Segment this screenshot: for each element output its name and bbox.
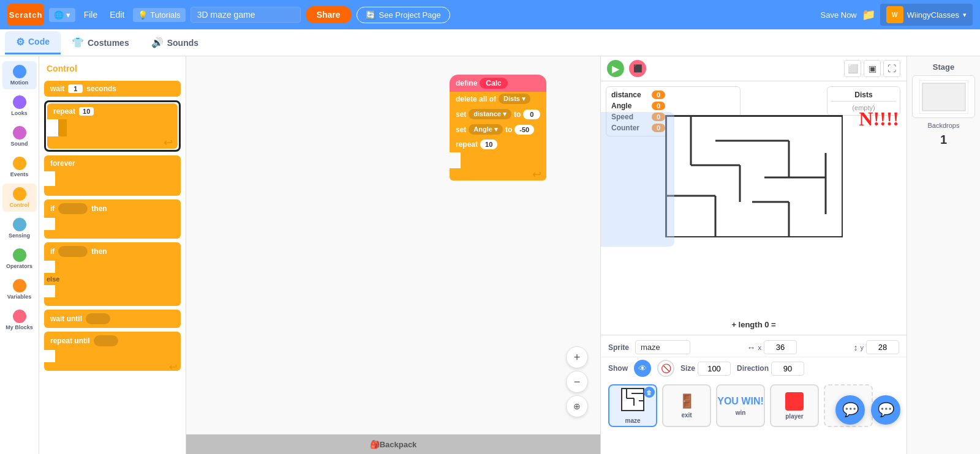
- angle-dropdown[interactable]: Angle ▾: [469, 124, 503, 135]
- sidebar-item-sensing[interactable]: Sensing: [2, 214, 37, 242]
- chat-button-1[interactable]: 💬: [835, 395, 865, 425]
- stage-controls: ▶ ⬛ ⬜ ▣ ⛶: [601, 56, 907, 81]
- sprite-delete-button[interactable]: 🗑: [644, 387, 655, 398]
- zoom-center-button[interactable]: ⊕: [566, 395, 588, 417]
- code-icon: ⚙: [16, 36, 24, 48]
- if-else-block[interactable]: if then else: [44, 242, 181, 306]
- categories-sidebar: Motion Looks Sound Events Control Sensin…: [0, 56, 39, 454]
- avatar: W: [886, 6, 903, 23]
- condition-slot: [58, 203, 88, 214]
- repeat-inner: [58, 119, 178, 136]
- tab-sounds[interactable]: 🔊 Sounds: [140, 32, 209, 53]
- sprite-thumb-win[interactable]: YOU WIN! win: [716, 384, 765, 427]
- size-input[interactable]: [698, 362, 731, 376]
- coord-group-x: ↔ x: [747, 340, 797, 354]
- y-coord-input[interactable]: [866, 340, 899, 354]
- fullscreen-button[interactable]: ⛶: [883, 60, 900, 77]
- set-distance-block[interactable]: set distance ▾ to 0: [450, 106, 546, 122]
- edit-menu[interactable]: Edit: [106, 7, 128, 22]
- show-eye-button[interactable]: 👁: [634, 360, 651, 377]
- distance-dropdown[interactable]: distance ▾: [469, 109, 511, 119]
- layout-buttons: ⬜ ▣ ⛶: [844, 60, 900, 77]
- wait-condition: [86, 313, 110, 324]
- control-dot: [13, 187, 26, 201]
- sidebar-item-sound[interactable]: Sound: [2, 122, 37, 151]
- zoom-controls: + − ⊕: [566, 346, 588, 417]
- hide-button[interactable]: 🚫: [657, 360, 674, 377]
- tab-costumes[interactable]: 👕 Costumes: [61, 32, 140, 53]
- player-thumb-img: [785, 392, 804, 411]
- sidebar-item-motion[interactable]: Motion: [2, 61, 37, 89]
- repeat-block[interactable]: repeat 10: [47, 103, 178, 119]
- svg-rect-20: [922, 83, 965, 111]
- set-angle-block[interactable]: set Angle ▾ to -50: [450, 121, 546, 138]
- normal-stage-button[interactable]: ▣: [864, 60, 881, 77]
- code-group-1[interactable]: define Calc delete all of Dists ▾ set di…: [450, 75, 546, 180]
- sprite-thumb-maze[interactable]: 🗑 maze: [608, 384, 657, 427]
- dists-dropdown[interactable]: Dists ▾: [499, 94, 530, 104]
- angle-badge: 0: [652, 102, 665, 110]
- green-flag-button[interactable]: ▶: [607, 60, 624, 77]
- forever-cap: [44, 186, 181, 196]
- stage-panel-title: Stage: [907, 56, 980, 75]
- sidebar-item-control[interactable]: Control: [2, 184, 37, 212]
- topbar: Scratch 🌐 ▾ File Edit 💡 Tutorials Share …: [0, 0, 980, 29]
- y-arrows-icon: ↕: [853, 343, 858, 352]
- repeat-canvas-cap: ↩: [450, 168, 546, 180]
- sidebar-item-myblocks[interactable]: My Blocks: [2, 306, 37, 334]
- file-menu[interactable]: File: [80, 7, 102, 22]
- project-name-input[interactable]: [190, 7, 301, 23]
- wait-until-block[interactable]: wait until: [44, 310, 181, 328]
- define-block[interactable]: define Calc: [450, 75, 546, 92]
- zoom-in-button[interactable]: +: [566, 346, 588, 368]
- repeat-until-block[interactable]: repeat until ↩: [44, 332, 181, 371]
- stage-blue-area: [601, 112, 674, 247]
- save-now-button[interactable]: Save Now: [821, 10, 857, 20]
- user-area[interactable]: W WiingyClasses ▾: [880, 4, 973, 26]
- language-button[interactable]: 🌐 ▾: [49, 8, 75, 22]
- sprite-thumb-exit[interactable]: 🚪 exit: [662, 384, 711, 427]
- backpack-label: Backpack: [380, 440, 417, 449]
- scratch-logo[interactable]: Scratch: [7, 4, 44, 26]
- sidebar-item-variables[interactable]: Variables: [2, 275, 37, 303]
- sidebar-item-events[interactable]: Events: [2, 153, 37, 181]
- wait-block[interactable]: wait 1 seconds: [44, 81, 181, 97]
- sidebar-item-looks[interactable]: Looks: [2, 92, 37, 120]
- if-then-block[interactable]: if then: [44, 199, 181, 239]
- backpack-bar[interactable]: 🎒 Backpack: [186, 434, 600, 454]
- forever-inner: [55, 171, 181, 186]
- chat-button-2[interactable]: 💬: [871, 395, 900, 425]
- distance-value: 0: [523, 110, 540, 119]
- direction-input[interactable]: [771, 362, 804, 376]
- sprite-name-input[interactable]: [635, 340, 690, 354]
- tabbar: ⚙ Code 👕 Costumes 🔊 Sounds: [0, 29, 980, 56]
- blocks-category-title: Control: [44, 61, 181, 76]
- backpack-icon: 🎒: [370, 440, 380, 449]
- sidebar-item-operators[interactable]: Operators: [2, 245, 37, 273]
- sprite-section: Sprite ↔ x ↕ y Show 👁 🚫 Si: [601, 335, 907, 454]
- repeat-cap: ↩: [47, 136, 178, 149]
- repeat-canvas-block[interactable]: repeat 10 ↩: [450, 138, 546, 180]
- zoom-out-button[interactable]: −: [566, 371, 588, 393]
- sprite-label: Sprite: [608, 343, 629, 352]
- share-button[interactable]: Share: [306, 6, 352, 23]
- events-dot: [13, 157, 26, 170]
- looks-dot: [13, 95, 26, 109]
- tutorials-button[interactable]: 💡 Tutorials: [133, 8, 185, 22]
- folder-button[interactable]: 📁: [862, 8, 875, 21]
- canvas-area[interactable]: define Calc delete all of Dists ▾ set di…: [186, 56, 600, 454]
- repeat-condition: [94, 335, 118, 346]
- blocks-panel: Control wait 1 seconds repeat 10 ↩ forev…: [39, 56, 186, 454]
- x-coord-input[interactable]: [764, 340, 797, 354]
- forever-block[interactable]: forever: [44, 155, 181, 196]
- dists-title: Dists: [831, 91, 896, 102]
- small-stage-button[interactable]: ⬜: [844, 60, 861, 77]
- repeat-canvas-inner: [461, 151, 546, 169]
- sound-dot: [13, 126, 26, 140]
- delete-all-block[interactable]: delete all of Dists ▾: [450, 91, 546, 107]
- angle-value: -50: [514, 125, 534, 135]
- tab-code[interactable]: ⚙ Code: [5, 31, 61, 54]
- red-stop-button[interactable]: ⬛: [629, 60, 646, 77]
- sprite-thumb-player[interactable]: player: [770, 384, 819, 427]
- see-project-button[interactable]: 🔄 See Project Page: [356, 7, 450, 23]
